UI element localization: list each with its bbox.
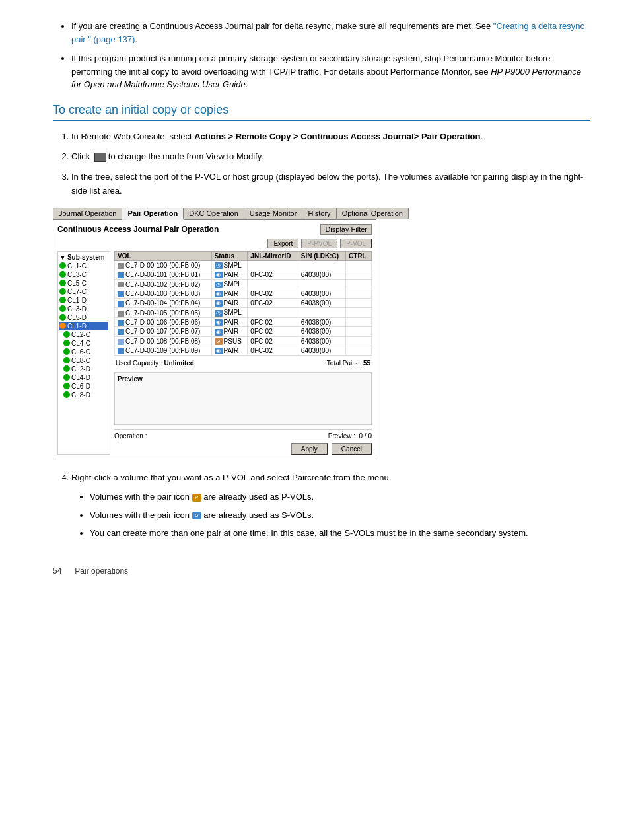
- cell-ctrl: [346, 260, 372, 270]
- tab-pair-operation[interactable]: Pair Operation: [122, 208, 184, 220]
- status-icon-pair5: ◉: [215, 329, 223, 336]
- status-icon-smpl: ◷: [215, 262, 223, 269]
- cell-status: ◉PAIR: [211, 317, 248, 326]
- cell-status: ⊙PSUS: [211, 336, 248, 346]
- screenshot-tabs: Journal Operation Pair Operation DKC Ope…: [53, 208, 376, 220]
- step-3: In the tree, select the port of the P-VO…: [71, 171, 590, 198]
- table-row[interactable]: CL7-D-00-100 (00:FB:00) ◷SMPL: [115, 260, 372, 270]
- tree-item-cl8c[interactable]: CL8-C: [63, 356, 108, 365]
- table-row[interactable]: CL7-D-00-108 (00:FB:08) ⊙PSUS 0FC-026403…: [115, 336, 372, 346]
- col-sin: SIN (LDK:C): [298, 251, 345, 260]
- tree-item-cl5d[interactable]: CL5-D: [59, 313, 108, 322]
- cell-sin: 64038(00): [298, 327, 345, 336]
- cell-ctrl: [346, 346, 372, 355]
- tree-icon-cl6d: [63, 383, 70, 389]
- tree-icon-cl6c: [63, 348, 70, 355]
- cell-vol: CL7-D-00-101 (00:FB:01): [115, 270, 212, 280]
- cell-status: ◉PAIR: [211, 346, 248, 355]
- cell-vol: CL7-D-00-108 (00:FB:08): [115, 336, 212, 346]
- table-row[interactable]: CL7-D-00-104 (00:FB:04) ◉PAIR 0FC-026403…: [115, 299, 372, 308]
- status-icon-pair2: ◉: [215, 291, 223, 297]
- tree-expand-icon: ▼: [59, 254, 66, 261]
- table-row[interactable]: CL7-D-00-102 (00:FB:02) ◷SMPL: [115, 280, 372, 289]
- used-capacity-value: Unlimited: [164, 360, 194, 367]
- total-pairs-label: Total Pairs : 55: [327, 360, 370, 367]
- pvol-pair-icon: P: [192, 494, 201, 502]
- cell-status: ◉PAIR: [211, 327, 248, 336]
- tree-item-cl2d[interactable]: CL2-D: [63, 365, 108, 373]
- vol-icon: [118, 291, 124, 297]
- step-1: In Remote Web Console, select Actions > …: [71, 130, 590, 144]
- display-filter-button[interactable]: Display Filter: [320, 224, 372, 235]
- section-heading: To create an initial copy or copies: [53, 103, 590, 121]
- tree-header: ▼ Sub-system: [59, 253, 108, 262]
- cancel-button[interactable]: Cancel: [332, 443, 372, 455]
- tab-dkc-operation[interactable]: DKC Operation: [184, 208, 244, 219]
- tree-item-cl7c[interactable]: CL7-C: [59, 287, 108, 296]
- cell-sin: 64038(00): [298, 346, 345, 355]
- cell-jnl: 0FC-02: [248, 289, 298, 298]
- export-button[interactable]: Export: [267, 239, 298, 248]
- tree-item-cl6d[interactable]: CL6-D: [63, 382, 108, 391]
- table-row[interactable]: CL7-D-00-101 (00:FB:01) ◉PAIR 0FC-026403…: [115, 270, 372, 280]
- tree-icon-cl4d: [63, 374, 70, 381]
- table-row[interactable]: CL7-D-00-109 (00:FB:09) ◉PAIR 0FC-026403…: [115, 346, 372, 355]
- vol-icon: [118, 320, 124, 326]
- step-1-action: Actions > Remote Copy > Continuous Acces…: [194, 132, 480, 141]
- tree-item-cl4d[interactable]: CL4-D: [63, 373, 108, 382]
- table-row[interactable]: CL7-D-00-106 (00:FB:06) ◉PAIR 0FC-026403…: [115, 317, 372, 326]
- tab-optional-operation[interactable]: Optional Operation: [337, 208, 409, 219]
- operation-label: Operation :: [114, 432, 147, 439]
- status-icon-pair: ◉: [215, 272, 223, 278]
- cell-vol: CL7-D-00-100 (00:FB:00): [115, 260, 212, 270]
- tree-item-cl6c[interactable]: CL6-C: [63, 348, 108, 356]
- apply-button[interactable]: Apply: [291, 443, 328, 455]
- tree-icon-cl8c: [63, 357, 70, 363]
- pvol-button[interactable]: P-PVOL: [301, 239, 337, 248]
- delta-resync-link[interactable]: "Creating a delta resync pair " (page 13…: [71, 21, 584, 44]
- cell-sin: 64038(00): [298, 270, 345, 280]
- tree-icon-cl5d: [59, 314, 66, 321]
- tree-header-label: Sub-system: [67, 254, 105, 261]
- tree-item-cl1c[interactable]: CL1-C: [59, 262, 108, 270]
- vol-icon: [118, 282, 124, 287]
- total-pairs-value: 55: [363, 360, 370, 367]
- cell-jnl: 0FC-02: [248, 346, 298, 355]
- tree-item-cl2c[interactable]: CL2-C: [63, 330, 108, 339]
- cell-sin: [298, 280, 345, 289]
- used-capacity-label: Used Capacity : Unlimited: [116, 360, 194, 367]
- section-name: Pair operations: [75, 566, 128, 576]
- tree-icon-cl1c: [59, 262, 66, 269]
- cell-jnl: 0FC-02: [248, 336, 298, 346]
- table-row[interactable]: CL7-D-00-105 (00:FB:05) ◷SMPL: [115, 308, 372, 317]
- left-tree: ▼ Sub-system CL1-C CL3-C CL5-C CL7-C CL1…: [57, 251, 110, 455]
- cell-status: ◷SMPL: [211, 308, 248, 317]
- cell-sin: [298, 260, 345, 270]
- page-number: 54: [53, 566, 61, 576]
- page-footer: 54 Pair operations: [53, 566, 590, 576]
- tab-history[interactable]: History: [302, 208, 336, 219]
- right-panel: VOL Status JNL-MirrorID SIN (LDK:C) CTRL…: [114, 251, 372, 455]
- sub-bullet-svol: Volumes with the pair icon S are already…: [90, 509, 590, 522]
- tree-item-cl5c[interactable]: CL5-C: [59, 279, 108, 287]
- cell-status: ◉PAIR: [211, 289, 248, 298]
- table-row[interactable]: CL7-D-00-103 (00:FB:03) ◉PAIR 0FC-026403…: [115, 289, 372, 298]
- tree-icon-cl3d: [59, 305, 66, 312]
- tree-item-cl8d[interactable]: CL8-D: [63, 391, 108, 399]
- tree-item-cl3d[interactable]: CL3-D: [59, 305, 108, 313]
- tree-item-cl1d[interactable]: CL1-D: [59, 296, 108, 305]
- table-row[interactable]: CL7-D-00-107 (00:FB:07) ◉PAIR 0FC-026403…: [115, 327, 372, 336]
- tree-item-cl3c[interactable]: CL3-C: [59, 270, 108, 279]
- cell-sin: [298, 308, 345, 317]
- tab-usage-monitor[interactable]: Usage Monitor: [244, 208, 303, 219]
- cell-jnl: 0FC-02: [248, 270, 298, 280]
- vol-icon: [118, 263, 124, 269]
- tree-item-cl1d-selected[interactable]: CL1-D: [59, 322, 108, 330]
- tree-item-cl4c[interactable]: CL4-C: [63, 339, 108, 348]
- pvol2-button[interactable]: P-VOL: [340, 239, 372, 248]
- cell-ctrl: [346, 336, 372, 346]
- cell-status: ◉PAIR: [211, 270, 248, 280]
- tab-journal-operation[interactable]: Journal Operation: [53, 208, 122, 219]
- tree-icon-cl2c: [63, 331, 70, 338]
- cell-status: ◷SMPL: [211, 280, 248, 289]
